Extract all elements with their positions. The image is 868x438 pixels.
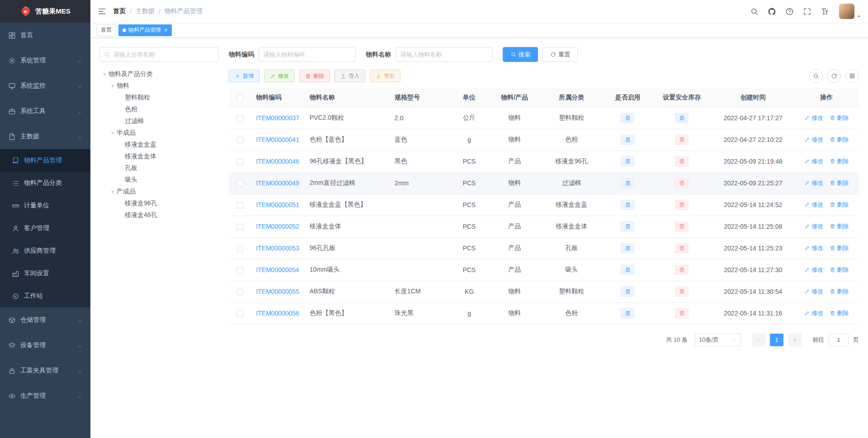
user-menu[interactable] — [839, 4, 862, 19]
tree-node[interactable]: ▾产成品 — [99, 186, 219, 198]
row-delete-link[interactable]: 删除 — [830, 201, 849, 209]
sidebar-item-supplier-management[interactable]: 供应商管理 — [0, 240, 90, 262]
sidebar-item-system-monitor[interactable]: 系统监控 — [0, 73, 90, 99]
tree-node[interactable]: 色粉 — [99, 104, 219, 115]
next-page-button[interactable] — [788, 334, 802, 346]
row-delete-link[interactable]: 删除 — [830, 309, 849, 317]
row-edit-link[interactable]: 修改 — [804, 266, 823, 274]
material-code-link[interactable]: ITEM00000054 — [256, 266, 299, 273]
row-delete-link[interactable]: 删除 — [830, 222, 849, 231]
material-code-link[interactable]: ITEM00000056 — [256, 310, 299, 317]
sidebar-item-master-data[interactable]: 主数据 — [0, 124, 90, 149]
row-edit-link[interactable]: 修改 — [804, 287, 823, 296]
row-checkbox[interactable] — [237, 159, 243, 165]
import-button[interactable]: 导入 — [335, 70, 365, 82]
columns-toggle-button[interactable] — [845, 69, 859, 83]
prev-page-button[interactable] — [752, 334, 765, 346]
delete-button[interactable]: 删除 — [299, 70, 330, 82]
row-checkbox[interactable] — [237, 137, 243, 143]
goto-page-input[interactable] — [829, 334, 849, 346]
row-checkbox[interactable] — [237, 115, 243, 122]
row-edit-link[interactable]: 修改 — [804, 157, 823, 165]
add-button[interactable]: 新增 — [229, 70, 259, 82]
row-edit-link[interactable]: 修改 — [804, 179, 823, 187]
row-checkbox[interactable] — [237, 245, 243, 252]
refresh-toggle-button[interactable] — [827, 69, 841, 83]
tree-node[interactable]: 移液盒48孔 — [99, 209, 219, 221]
row-checkbox[interactable] — [237, 289, 243, 295]
sidebar-item-workshop-settings[interactable]: 车间设置 — [0, 262, 90, 285]
fullscreen-icon[interactable] — [803, 7, 811, 16]
sidebar-item-production-management[interactable]: 生产管理 — [0, 383, 90, 409]
tree-node[interactable]: 移液盒盒体 — [99, 151, 219, 162]
tree-node[interactable]: 移液盒盒盖 — [99, 139, 219, 151]
sidebar-item-home[interactable]: 首页 — [0, 23, 90, 48]
search-toggle-button[interactable] — [809, 69, 823, 83]
search-button[interactable]: 搜索 — [503, 47, 538, 62]
sidebar-item-workstation[interactable]: 工作站 — [0, 285, 90, 307]
font-size-icon[interactable] — [821, 7, 829, 16]
hamburger-icon[interactable] — [98, 7, 107, 16]
select-all-checkbox[interactable] — [237, 95, 243, 101]
sidebar-item-customer-management[interactable]: 客户管理 — [0, 217, 90, 240]
row-edit-link[interactable]: 修改 — [804, 136, 823, 144]
close-icon[interactable]: × — [164, 27, 168, 33]
material-code-link[interactable]: ITEM00000037 — [256, 114, 299, 122]
app-logo[interactable]: K 苦糖果MES — [0, 0, 90, 23]
sidebar-item-fixture-management[interactable]: 工装夹具管理 — [0, 358, 90, 383]
help-icon[interactable] — [785, 7, 794, 16]
row-delete-link[interactable]: 删除 — [830, 179, 849, 187]
row-checkbox[interactable] — [237, 180, 243, 187]
sidebar-item-system-management[interactable]: 系统管理 — [0, 48, 90, 73]
material-code-link[interactable]: ITEM00000049 — [256, 179, 299, 187]
breadcrumb-item[interactable]: 首页 — [113, 7, 126, 15]
sidebar-item-material-product-category[interactable]: 物料产品分类 — [0, 172, 90, 194]
page-1-button[interactable]: 1 — [770, 334, 783, 346]
row-delete-link[interactable]: 删除 — [830, 266, 849, 274]
row-delete-link[interactable]: 删除 — [830, 244, 849, 252]
row-checkbox[interactable] — [237, 311, 243, 317]
tree-node[interactable]: ▾半成品 — [99, 127, 219, 139]
export-button[interactable]: 导出 — [370, 70, 401, 82]
sidebar-item-material-product-management[interactable]: 物料产品管理 — [0, 149, 90, 172]
tree-node[interactable]: 吸头 — [99, 174, 219, 186]
reset-button[interactable]: 重置 — [542, 47, 578, 62]
row-edit-link[interactable]: 修改 — [804, 309, 823, 317]
tab-home[interactable]: 首页 — [97, 24, 116, 36]
sidebar-item-warehouse-management[interactable]: 仓储管理 — [0, 307, 90, 333]
row-checkbox[interactable] — [237, 267, 243, 273]
row-checkbox[interactable] — [237, 202, 243, 208]
sidebar-item-measure-unit[interactable]: 计量单位 — [0, 194, 90, 217]
tree-node[interactable]: 塑料颗粒 — [99, 92, 219, 104]
github-icon[interactable] — [768, 7, 776, 16]
row-edit-link[interactable]: 修改 — [804, 244, 823, 252]
page-size-select[interactable]: 10条/页 — [695, 334, 741, 346]
material-code-link[interactable]: ITEM00000046 — [256, 158, 299, 165]
material-code-link[interactable]: ITEM00000055 — [256, 288, 299, 295]
row-edit-link[interactable]: 修改 — [804, 201, 823, 209]
material-code-link[interactable]: ITEM00000041 — [256, 136, 299, 143]
row-delete-link[interactable]: 删除 — [830, 114, 849, 122]
filter-input-material-code[interactable] — [259, 47, 356, 62]
tree-node[interactable]: 移液盒96孔 — [99, 198, 219, 209]
search-icon[interactable] — [750, 7, 759, 16]
row-checkbox[interactable] — [237, 224, 243, 230]
row-delete-link[interactable]: 删除 — [830, 157, 849, 165]
material-code-link[interactable]: ITEM00000053 — [256, 245, 299, 252]
row-delete-link[interactable]: 删除 — [830, 136, 849, 144]
row-edit-link[interactable]: 修改 — [804, 114, 823, 122]
tree-node[interactable]: ▾物料 — [99, 80, 219, 92]
edit-button[interactable]: 修改 — [264, 70, 295, 82]
category-search-input[interactable] — [99, 47, 219, 62]
tree-node[interactable]: 孔板 — [99, 162, 219, 174]
material-code-link[interactable]: ITEM00000052 — [256, 223, 299, 230]
tree-node[interactable]: 过滤棉 — [99, 115, 219, 127]
avatar[interactable] — [839, 4, 854, 19]
row-edit-link[interactable]: 修改 — [804, 222, 823, 231]
sidebar-item-system-tools[interactable]: 系统工具 — [0, 99, 90, 124]
tree-node[interactable]: ▾物料及产品分类 — [99, 68, 219, 80]
row-delete-link[interactable]: 删除 — [830, 287, 849, 296]
tab-material-product-management[interactable]: 物料产品管理× — [118, 24, 172, 36]
material-code-link[interactable]: ITEM00000051 — [256, 201, 299, 208]
filter-input-material-name[interactable] — [396, 47, 493, 62]
